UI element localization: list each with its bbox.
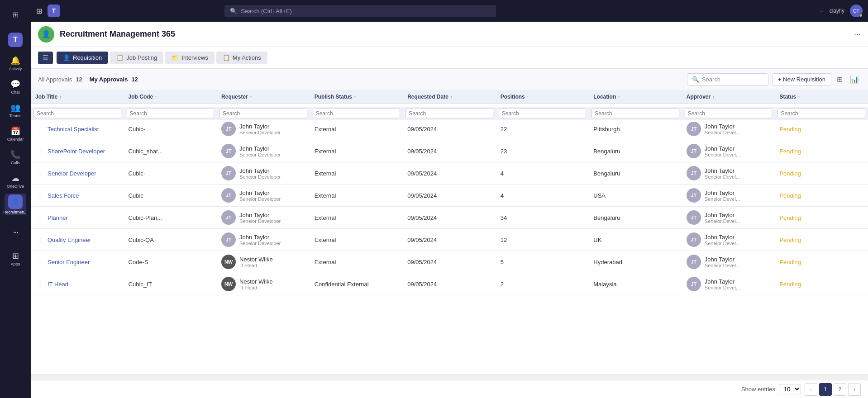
app-header-more-btn[interactable]: ··· [854, 29, 861, 39]
sidebar-teams-logo[interactable]: T [5, 29, 26, 51]
sidebar-item-label: Calls [11, 161, 20, 165]
job-title-link[interactable]: SharePoint Developer [48, 148, 105, 155]
sidebar-item-apps[interactable]: ⊞ Apps [5, 248, 26, 270]
prev-page-button[interactable]: ‹ [805, 383, 817, 396]
filter-my-approvals[interactable]: My Approvals 12 [90, 76, 138, 83]
new-requisition-button[interactable]: + New Requisition [772, 73, 831, 85]
page-1-button[interactable]: 1 [819, 383, 832, 396]
row-more-icon[interactable]: ⋮ [35, 214, 45, 221]
row-more-icon[interactable]: ⋮ [35, 148, 45, 155]
location-search-input[interactable] [591, 109, 679, 118]
sidebar-item-activity[interactable]: 🔔 Activity [5, 52, 26, 74]
col-requested-date: Requested Date ↑ [403, 90, 496, 104]
teams-icon: 👥 [10, 103, 20, 113]
row-more-icon[interactable]: ⋮ [35, 126, 45, 133]
row-more-icon[interactable]: ⋮ [35, 281, 45, 288]
hamburger-menu[interactable]: ☰ [38, 52, 53, 64]
requester-name: John Taylor [239, 190, 281, 196]
filter-all-approvals[interactable]: All Approvals 12 [38, 76, 82, 83]
job-title-link[interactable]: Sales Force [48, 192, 79, 199]
approver-name: John Taylor [705, 234, 740, 241]
approver-sort[interactable]: ↑ [712, 95, 715, 100]
cell-publish-status: Confidential External [310, 273, 403, 295]
status-sort[interactable]: ↑ [798, 95, 800, 100]
approver-role: Seneior Devel... [705, 218, 740, 224]
approver-name: John Taylor [705, 145, 740, 152]
interviews-icon: 📁 [172, 54, 179, 61]
approver-search-input[interactable] [685, 109, 773, 118]
row-more-icon[interactable]: ⋮ [35, 237, 45, 243]
export-button[interactable]: 📊 [848, 73, 861, 85]
publish-status-sort[interactable]: ↑ [354, 95, 356, 100]
next-page-button[interactable]: › [848, 383, 861, 396]
search-status [775, 106, 868, 120]
positions-sort[interactable]: ↑ [527, 95, 529, 100]
cell-job-title: ⋮ Seneior Developer [31, 162, 124, 185]
sidebar-item-onedrive[interactable]: ☁ OneDrive [5, 170, 26, 192]
job-title-link[interactable]: Seneior Developer [48, 170, 96, 177]
cell-approver: JT John Taylor Seneior Devel... [682, 207, 775, 229]
job-title-link[interactable]: Planner [48, 214, 68, 221]
cell-job-code: Cubic_shar... [124, 140, 217, 162]
view-toggle-button[interactable]: ⊞ [835, 73, 844, 85]
cell-requested-date: 09/05/2024 [403, 207, 496, 229]
search-publish-status [310, 106, 403, 120]
cell-positions: 22 [496, 118, 589, 140]
row-more-icon[interactable]: ⋮ [35, 192, 45, 199]
sidebar-item-chat[interactable]: 💬 Chat [5, 76, 26, 98]
cell-requester: NW Nestor Wilke IT Head [217, 251, 310, 273]
tab-job-posting[interactable]: 📋 Job Posting [110, 52, 163, 64]
cell-requester: NW Nestor Wilke IT Head [217, 273, 310, 295]
job-title-sort[interactable]: ↑ [59, 95, 62, 100]
requested-date-sort[interactable]: ↑ [450, 95, 453, 100]
sidebar-item-teams[interactable]: 👥 Teams [5, 100, 26, 121]
cell-approver: JT John Taylor Seneior Devel... [682, 140, 775, 162]
row-more-icon[interactable]: ⋮ [35, 259, 45, 265]
sidebar-item-recruitment[interactable]: 👤 Recruitmen... [5, 194, 26, 215]
requester-search-input[interactable] [219, 109, 307, 118]
cell-status: Pending [775, 162, 868, 185]
search-icon: 🔍 [692, 76, 699, 83]
cell-location: USA [589, 185, 682, 207]
topbar-more-btn[interactable]: ··· [820, 8, 824, 14]
cell-requested-date: 09/05/2024 [403, 140, 496, 162]
topbar-grid-icon[interactable]: ⊞ [36, 7, 42, 15]
table-header-row: Job Title ↑ Job Code ↑ R [31, 90, 868, 104]
cell-job-title: ⋮ IT Head [31, 273, 124, 295]
page-2-button[interactable]: 2 [834, 383, 846, 396]
requested-date-search-input[interactable] [405, 109, 493, 118]
calls-icon: 📞 [10, 150, 20, 160]
publish-status-search-input[interactable] [313, 109, 401, 118]
requester-sort[interactable]: ↑ [250, 95, 252, 100]
job-title-search-input[interactable] [33, 109, 121, 118]
col-positions: Positions ↑ [496, 90, 589, 104]
filter-search-box[interactable]: 🔍 Search [687, 73, 768, 85]
topbar-search-box[interactable]: 🔍 Search (Ctrl+Alt+E) [224, 5, 496, 17]
topbar-avatar[interactable]: CF [850, 5, 863, 17]
sidebar-item-calls[interactable]: 📞 Calls [5, 147, 26, 168]
tab-my-actions[interactable]: 📋 My Actions [216, 52, 267, 64]
sidebar-item-label: Activity [9, 66, 22, 71]
tab-requisition[interactable]: 👤 Requisition [57, 52, 108, 64]
job-code-sort[interactable]: ↑ [155, 95, 157, 100]
cell-approver: JT John Taylor Seneior Devel... [682, 118, 775, 140]
job-code-search-input[interactable] [127, 109, 215, 118]
tab-interviews[interactable]: 📁 Interviews [165, 52, 215, 64]
sidebar-item-calendar[interactable]: 📅 Calendar [5, 123, 26, 145]
job-title-link[interactable]: Quality Engineer [48, 237, 91, 243]
horizontal-scrollbar[interactable] [31, 374, 868, 380]
status-search-input[interactable] [777, 109, 865, 118]
sidebar-item-more[interactable]: ··· [5, 221, 26, 242]
search-location [589, 106, 682, 120]
location-sort[interactable]: ↑ [618, 95, 620, 100]
sidebar-item-grid[interactable]: ⊞ [5, 4, 26, 25]
job-title-link[interactable]: Senior Engineer [48, 259, 90, 265]
approver-avatar: JT [687, 277, 701, 291]
job-title-link[interactable]: IT Head [48, 281, 68, 288]
my-approvals-count: 12 [131, 76, 138, 83]
job-title-link[interactable]: Technical Specialist [48, 126, 99, 133]
row-more-icon[interactable]: ⋮ [35, 170, 45, 177]
positions-search-input[interactable] [499, 109, 587, 118]
search-requester [217, 106, 310, 120]
entries-per-page-select[interactable]: 10 25 50 [779, 384, 801, 394]
